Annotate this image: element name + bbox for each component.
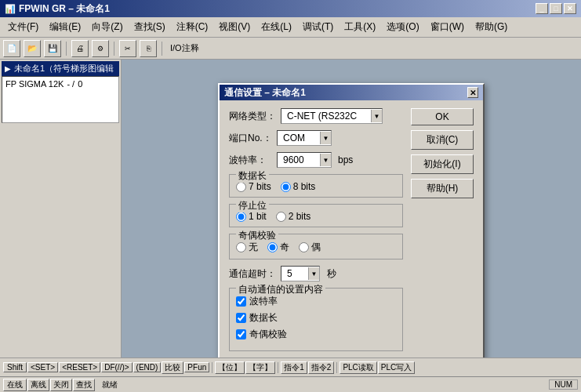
port-label: 端口No.： xyxy=(229,132,272,145)
stop-1bit-text: 1 bit xyxy=(249,211,267,222)
ppfun-button[interactable]: PFun xyxy=(184,362,209,372)
menu-find[interactable]: 查找(S) xyxy=(129,19,170,35)
parity-odd-text: 奇 xyxy=(280,241,289,254)
plc-read-button[interactable]: PLC读取 xyxy=(340,361,376,374)
auto-baud-text: 波特率 xyxy=(249,295,278,308)
new-button[interactable]: 📄 xyxy=(3,40,20,57)
auto-data-label[interactable]: 数据长 xyxy=(236,311,396,325)
menu-options[interactable]: 选项(O) xyxy=(382,19,423,35)
data-8bits-text: 8 bits xyxy=(293,181,316,192)
port-row: 端口No.： COM1 COM2 COM3 ▼ xyxy=(229,130,403,146)
cancel-button[interactable]: 取消(C) xyxy=(411,130,474,150)
data-8bits-radio[interactable] xyxy=(281,182,291,192)
left-panel-title: ▶ 未命名1（符号梯形图编辑 xyxy=(2,61,119,76)
menu-edit[interactable]: 编辑(E) xyxy=(45,19,85,35)
baud-select-wrapper: 9600 19200 38400 ▼ xyxy=(277,152,332,168)
reset-button[interactable]: <RESET> xyxy=(59,362,100,372)
menu-help[interactable]: 帮助(G) xyxy=(470,19,512,35)
word-button[interactable]: 【字】 xyxy=(245,361,275,374)
data-7bits-radio[interactable] xyxy=(236,182,246,192)
parity-none-radio[interactable] xyxy=(236,242,246,252)
status-ready: 就绪 xyxy=(102,379,118,390)
dialog-close-button[interactable]: ✕ xyxy=(467,87,478,98)
port-select[interactable]: COM1 COM2 COM3 xyxy=(277,130,332,146)
pos-button[interactable]: 【位】 xyxy=(215,361,245,374)
auto-settings-title: 自动通信的设置内容 xyxy=(236,283,325,296)
stop-1bit-label[interactable]: 1 bit xyxy=(236,211,267,222)
bottom-toolbar: Shift <SET> <RESET> DF(//)> (END) 比较 PFu… xyxy=(0,358,581,376)
compare-button[interactable]: 比较 xyxy=(162,361,183,374)
print-button[interactable]: 🖨 xyxy=(71,40,89,57)
maximize-button[interactable]: □ xyxy=(550,3,562,14)
auto-data-text: 数据长 xyxy=(249,311,278,325)
minimize-button[interactable]: _ xyxy=(536,3,548,14)
parity-odd-radio[interactable] xyxy=(267,242,278,252)
auto-parity-label[interactable]: 奇偶校验 xyxy=(236,328,396,341)
toolbar-btn-2[interactable]: ⚙ xyxy=(92,40,109,57)
shift-set-button[interactable]: Shift xyxy=(3,362,27,372)
network-type-select[interactable]: C-NET (RS232C) xyxy=(281,108,383,124)
parity-even-radio[interactable] xyxy=(299,242,309,252)
menu-bar: 文件(F) 编辑(E) 向导(Z) 查找(S) 注释(C) 视图(V) 在线(L… xyxy=(0,17,581,38)
save-button[interactable]: 💾 xyxy=(44,40,61,57)
timeout-row: 通信超时： 5 10 15 ▼ 秒 xyxy=(229,266,403,281)
data-7bits-label[interactable]: 7 bits xyxy=(236,181,271,192)
copy-button[interactable]: ⎘ xyxy=(140,40,157,57)
cut-button[interactable]: ✂ xyxy=(119,40,136,57)
auto-baud-label[interactable]: 波特率 xyxy=(236,295,396,308)
search-button[interactable]: 查找 xyxy=(73,379,95,391)
timeout-select[interactable]: 5 10 15 xyxy=(281,266,320,281)
menu-comment[interactable]: 注释(C) xyxy=(172,19,213,35)
auto-data-checkbox[interactable] xyxy=(236,313,246,323)
parity-none-label[interactable]: 无 xyxy=(236,241,258,254)
help-button[interactable]: 帮助(H) xyxy=(411,179,474,198)
stop-2bits-label[interactable]: 2 bits xyxy=(276,211,311,222)
init-button[interactable]: 初始化(I) xyxy=(411,154,474,174)
network-type-row: 网络类型： C-NET (RS232C) ▼ xyxy=(229,108,403,124)
auto-parity-checkbox[interactable] xyxy=(236,329,246,339)
app-title: FPWIN GR – 未命名1 xyxy=(19,2,110,16)
parity-odd-label[interactable]: 奇 xyxy=(267,241,289,254)
menu-debug[interactable]: 调试(T) xyxy=(298,19,338,35)
cmd2-button[interactable]: 指令2 xyxy=(308,361,335,374)
stop-bit-group: 停止位 1 bit 2 bits xyxy=(229,204,403,227)
parity-none-text: 无 xyxy=(249,241,258,254)
open-button[interactable]: 📂 xyxy=(24,40,41,57)
bottom-sep-1 xyxy=(212,362,212,373)
df-button[interactable]: DF(//)> xyxy=(101,362,132,372)
menu-online[interactable]: 在线(L) xyxy=(256,19,296,35)
sidebar-title: 未命名1（符号梯形图编辑 xyxy=(14,63,114,74)
content-area: 通信设置 – 未命名1 ✕ 网络类型： C-NET xyxy=(122,60,581,358)
baud-select[interactable]: 9600 19200 38400 xyxy=(277,152,332,168)
menu-tools[interactable]: 工具(X) xyxy=(340,19,380,35)
ok-button[interactable]: OK xyxy=(411,108,474,125)
title-bar-buttons: _ □ ✕ xyxy=(536,3,576,14)
menu-file[interactable]: 文件(F) xyxy=(3,19,43,35)
app-window: 📊 FPWIN GR – 未命名1 _ □ ✕ 文件(F) 编辑(E) 向导(Z… xyxy=(0,0,581,392)
end-button[interactable]: (END) xyxy=(133,362,162,372)
online-button[interactable]: 在线 xyxy=(3,379,27,391)
title-bar-left: 📊 FPWIN GR – 未命名1 xyxy=(5,2,110,16)
stop-2bits-text: 2 bits xyxy=(289,211,311,222)
menu-guide[interactable]: 向导(Z) xyxy=(87,19,127,35)
num-indicator: NUM xyxy=(549,379,578,390)
tree-item-sigma[interactable]: FP SIGMA 12K - / 0 xyxy=(4,78,117,89)
close-button-2[interactable]: 关闭 xyxy=(50,379,72,391)
menu-view[interactable]: 视图(V) xyxy=(214,19,255,35)
toolbar-sep-1 xyxy=(66,42,67,56)
cmd1-button[interactable]: 指令1 xyxy=(281,361,307,374)
auto-baud-checkbox[interactable] xyxy=(236,296,246,307)
menu-window[interactable]: 窗口(W) xyxy=(426,19,469,35)
close-button[interactable]: ✕ xyxy=(564,3,576,14)
stop-1bit-radio[interactable] xyxy=(236,212,246,222)
data-8bits-label[interactable]: 8 bits xyxy=(281,181,316,192)
set-button[interactable]: <SET> xyxy=(27,362,58,372)
offline-button[interactable]: 离线 xyxy=(27,379,49,391)
timeout-unit: 秒 xyxy=(327,267,336,281)
plc-write-button[interactable]: PLC写入 xyxy=(378,361,415,374)
stop-2bits-radio[interactable] xyxy=(276,212,286,222)
auto-parity-text: 奇偶校验 xyxy=(249,328,287,341)
timeout-label: 通信超时： xyxy=(229,267,276,281)
parity-even-label[interactable]: 偶 xyxy=(299,241,321,254)
data-length-radios: 7 bits 8 bits xyxy=(236,181,396,192)
